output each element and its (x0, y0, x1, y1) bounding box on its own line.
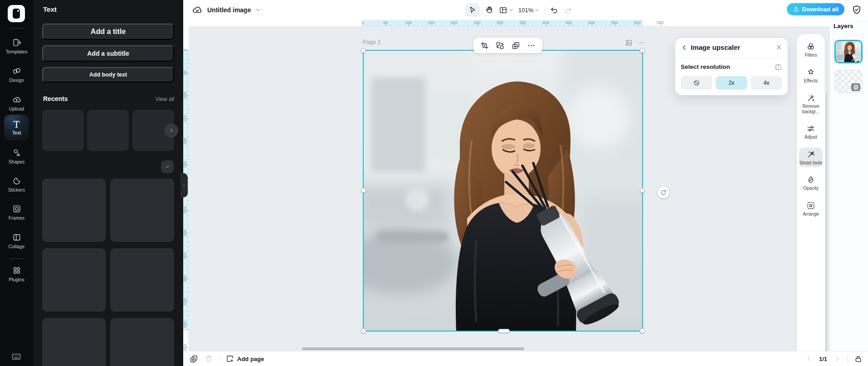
tool-opacity[interactable]: Opacity (799, 173, 823, 193)
add-subtitle-button[interactable]: Add a subtitle (42, 45, 174, 62)
frames-icon (12, 204, 21, 213)
tool-adjust[interactable]: Adjust (799, 122, 823, 142)
app-logo[interactable] (8, 5, 25, 22)
page-image-icon[interactable] (625, 39, 633, 47)
add-page-button[interactable]: Add page (226, 355, 264, 363)
duplicate-page-button[interactable] (190, 355, 198, 363)
image-upscaler-panel: Image upscaler Select resolution 2x 4x (675, 38, 788, 95)
tool-effects[interactable]: Effects (799, 66, 823, 86)
resolution-2x-button[interactable]: 2x (716, 76, 747, 90)
sidebar-item-frames[interactable]: Frames (0, 204, 33, 221)
sidebar-item-text[interactable]: T Text (4, 115, 29, 140)
panel-collapse-tab[interactable] (180, 173, 188, 197)
tool-filters[interactable]: Filters (799, 40, 823, 60)
text-style-item[interactable] (42, 248, 106, 312)
text-style-item[interactable] (42, 318, 106, 366)
tool-arrange[interactable]: Arrange (799, 199, 823, 219)
upload-cloud-icon (12, 95, 21, 104)
tool-remove-background[interactable]: Remove backgr... (799, 91, 823, 116)
tool-label: Remove backgr... (799, 104, 823, 114)
keyboard-shortcuts-button[interactable] (11, 352, 21, 361)
add-body-text-button[interactable]: Add body text (42, 67, 174, 82)
back-button[interactable] (681, 44, 688, 51)
page[interactable] (363, 50, 643, 332)
lock-pages-button[interactable] (854, 355, 863, 363)
stickers-icon (12, 176, 21, 185)
recent-item[interactable] (42, 110, 84, 151)
layout-view-button[interactable] (499, 6, 513, 14)
sidebar-item-templates[interactable]: Templates (0, 38, 33, 54)
add-page-icon (226, 355, 234, 363)
resolution-4x-button[interactable]: 4x (751, 76, 782, 90)
recent-item[interactable] (87, 110, 129, 151)
add-title-button[interactable]: Add a title (42, 24, 174, 40)
expand-section-button[interactable] (161, 160, 174, 173)
resize-handle-w[interactable] (361, 188, 366, 193)
trash-icon (205, 355, 213, 363)
resize-handle-s[interactable] (498, 329, 510, 333)
text-style-item[interactable] (110, 178, 174, 242)
rail-divider (10, 259, 24, 259)
undo-button[interactable] (550, 5, 559, 14)
duplicate-icon[interactable] (512, 41, 520, 50)
design-icon (12, 67, 21, 76)
delete-page-button[interactable] (205, 355, 213, 363)
canvas-image[interactable] (363, 50, 643, 332)
shield-check-icon (851, 5, 862, 15)
sidebar-item-shapes[interactable]: Shapes (0, 148, 33, 164)
no-upscale-icon (693, 79, 700, 87)
close-icon (775, 44, 782, 51)
crop-icon[interactable] (480, 41, 489, 50)
sidebar-item-upload[interactable]: Upload (0, 95, 33, 111)
chevron-left-icon (681, 44, 688, 51)
document-title-group[interactable]: Untitled image (192, 0, 261, 20)
resize-handle-e[interactable] (640, 188, 645, 193)
redo-button[interactable] (564, 5, 573, 14)
layer-image-thumbnail[interactable] (834, 40, 863, 63)
sidebar-item-label: Text (12, 130, 21, 135)
rotate-handle[interactable] (658, 187, 669, 198)
filters-icon (806, 42, 815, 51)
duplicate-page-icon (190, 355, 198, 363)
text-style-item[interactable] (110, 248, 174, 312)
tool-smart-tools[interactable]: Smart tools (799, 148, 823, 168)
sidebar-item-design[interactable]: Design (0, 67, 33, 83)
resize-handle-nw[interactable] (361, 48, 366, 53)
next-page-button[interactable] (834, 355, 841, 362)
download-all-button[interactable]: Download all (787, 3, 844, 15)
sidebar-item-plugins[interactable]: Plugins (0, 266, 33, 282)
resize-handle-ne[interactable] (640, 48, 645, 53)
chevron-right-icon (169, 128, 174, 133)
tool-label: Arrange (799, 212, 823, 217)
recents-next-button[interactable] (165, 124, 178, 137)
layer-background-thumbnail[interactable] (834, 70, 863, 93)
page-more-icon[interactable] (637, 39, 645, 47)
compare-icon (775, 63, 782, 71)
sidebar-item-stickers[interactable]: Stickers (0, 176, 33, 193)
text-tool-icon: T (14, 120, 20, 129)
pan-tool-button[interactable] (485, 5, 494, 14)
select-tool-button[interactable] (465, 3, 480, 17)
chevron-left-icon (805, 355, 813, 362)
resize-handle-se[interactable] (640, 328, 645, 333)
privacy-shield-button[interactable] (851, 5, 862, 15)
replace-icon[interactable] (496, 41, 504, 50)
left-rail: Templates Design Upload T Text Shapes St… (0, 0, 33, 366)
text-style-item[interactable] (42, 178, 106, 242)
horizontal-scrollbar[interactable] (302, 347, 524, 350)
shapes-icon (12, 148, 21, 157)
compare-preview-button[interactable] (775, 63, 782, 71)
canvas-tools: 101% (465, 3, 573, 17)
previous-page-button[interactable] (805, 355, 813, 362)
text-style-item[interactable] (110, 318, 174, 366)
panel-title: Text (43, 5, 57, 13)
sidebar-item-collage[interactable]: Collage (0, 233, 33, 249)
view-all-link[interactable]: View all (156, 96, 174, 102)
more-options-icon[interactable] (527, 41, 536, 50)
resize-handle-sw[interactable] (361, 328, 366, 333)
close-button[interactable] (775, 44, 782, 51)
right-toolbar-scrollbar[interactable] (826, 94, 827, 355)
page-navigation: 1/1 (805, 355, 863, 363)
resolution-none-button[interactable] (681, 76, 712, 90)
zoom-level-control[interactable]: 101% (518, 7, 539, 14)
